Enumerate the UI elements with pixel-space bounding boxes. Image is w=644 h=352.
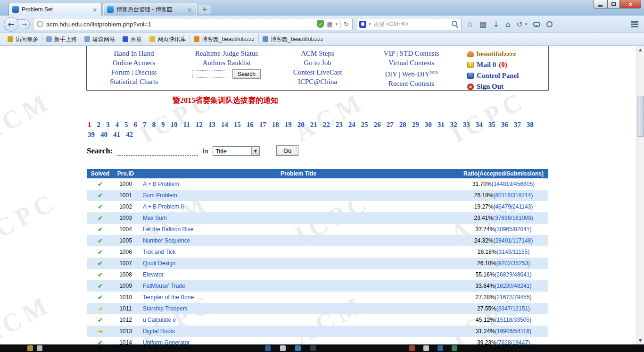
chevron-down-icon[interactable]: ▾ — [336, 22, 338, 26]
page-link[interactable]: 32 — [450, 120, 457, 130]
page-link[interactable]: 27 — [387, 120, 394, 130]
search-field-select[interactable]: Title ▼ — [213, 146, 260, 156]
smiley-icon[interactable] — [546, 21, 553, 27]
menu-icon[interactable] — [631, 21, 638, 27]
page-link[interactable]: 15 — [234, 120, 241, 130]
control-panel-link[interactable]: Control Panel — [477, 72, 519, 80]
tab-close-icon[interactable]: × — [186, 7, 193, 13]
nav-search-button[interactable]: Search — [232, 69, 261, 79]
bookmark-item[interactable]: 网页快讯库 — [146, 34, 190, 44]
forward-button[interactable]: → — [17, 19, 30, 29]
page-link[interactable]: 1 — [88, 120, 91, 130]
page-link[interactable]: 30 — [425, 120, 432, 130]
problem-title-link[interactable]: Starship Troopers — [143, 305, 188, 312]
problem-title-link[interactable]: FatMouse' Trade — [143, 283, 185, 289]
select-caret-icon[interactable]: ▼ — [251, 147, 259, 155]
username[interactable]: beautifulzzzz — [477, 50, 516, 58]
taskbar-icon[interactable] — [438, 345, 443, 351]
bookmark-item[interactable]: 访问最多 — [4, 34, 42, 44]
vertical-scrollbar[interactable]: ▲ ▼ — [636, 46, 644, 344]
page-link[interactable]: 19 — [285, 120, 292, 130]
browser-search-bar[interactable]: ▾ 百度 <Ctrl+K> — [356, 18, 462, 30]
page-link[interactable]: 12 — [196, 120, 203, 130]
page-link[interactable]: 4 — [116, 120, 119, 130]
page-link[interactable]: 7 — [143, 120, 147, 130]
page-link[interactable]: 33 — [463, 120, 470, 130]
page-link[interactable]: 40 — [100, 130, 107, 140]
chevron-down-icon[interactable]: ▾ — [369, 22, 371, 26]
mail-link[interactable]: Mail 0 — [477, 61, 496, 69]
nav-search-input[interactable] — [192, 70, 229, 78]
scrollbar-thumb[interactable] — [637, 96, 644, 137]
page-link[interactable]: 13 — [208, 120, 215, 130]
page-link[interactable]: 42 — [126, 130, 133, 140]
page-link[interactable]: 9 — [161, 120, 165, 130]
bookmarks-panel-icon[interactable]: ▤ — [479, 20, 487, 29]
taskbar[interactable] — [0, 344, 644, 352]
nav-link[interactable]: VIP | STD Contests — [363, 49, 460, 58]
site-identity-icon[interactable] — [37, 21, 43, 27]
scroll-up-arrow[interactable]: ▲ — [636, 46, 644, 54]
page-link[interactable]: 41 — [113, 130, 120, 140]
reload-button[interactable]: ↻ — [344, 21, 349, 27]
problem-title-link[interactable]: A + B Problem II — [143, 203, 184, 210]
search-icon[interactable] — [452, 21, 458, 27]
tab-blog-admin[interactable]: 博客后台管理 - 博客园 × — [103, 3, 197, 16]
page-link[interactable]: 35 — [488, 120, 495, 130]
chat-icon[interactable] — [533, 22, 540, 27]
bookmark-item[interactable]: 建议网站 — [81, 34, 119, 44]
page-link[interactable]: 28 — [399, 120, 406, 130]
page-link[interactable]: 17 — [259, 120, 266, 130]
page-link[interactable]: 23 — [336, 120, 343, 130]
taskbar-icon[interactable] — [409, 345, 415, 351]
back-button[interactable]: ← — [4, 17, 18, 32]
nav-link[interactable]: Online Acmers — [87, 58, 181, 67]
page-link[interactable]: 37 — [514, 120, 521, 130]
problem-title-link[interactable]: u Calculate e — [143, 317, 176, 323]
nav-link[interactable]: Statistical Charts — [87, 77, 181, 86]
nav-link[interactable]: ICPC@China — [272, 77, 363, 86]
go-button[interactable]: Go — [276, 145, 298, 156]
nav-link[interactable]: Authors Ranklist — [181, 58, 272, 67]
shield-icon[interactable]: ✓ — [317, 20, 324, 28]
scroll-down-arrow[interactable]: ▼ — [636, 336, 644, 344]
taskbar-icon[interactable] — [423, 345, 429, 351]
close-button[interactable]: × — [620, 0, 641, 8]
nav-link[interactable]: Forum | Discuss — [87, 67, 181, 77]
home-icon[interactable]: ⌂ — [505, 20, 510, 29]
page-link[interactable]: 10 — [171, 120, 178, 130]
sign-out-link[interactable]: Sign Out — [477, 83, 504, 91]
download-icon[interactable]: ↓ — [493, 20, 499, 29]
page-link[interactable]: 34 — [476, 120, 483, 130]
page-link[interactable]: 8 — [152, 120, 156, 130]
page-link[interactable]: 38 — [527, 120, 534, 130]
nav-link[interactable]: DIY | Web-DIYbeta — [363, 67, 460, 79]
nav-link[interactable]: Go to Job — [272, 58, 363, 67]
nav-link[interactable]: Hand In Hand — [87, 49, 181, 58]
problem-title-link[interactable]: Number Sequence — [143, 237, 190, 244]
page-link[interactable]: 14 — [221, 120, 228, 130]
page-link[interactable]: 22 — [323, 120, 330, 130]
bookmark-item[interactable]: 博客园_beautifulzzzz — [190, 34, 258, 44]
page-link[interactable]: 6 — [134, 120, 138, 130]
problem-title-link[interactable]: Max Sum — [143, 215, 167, 221]
bookmark-star-icon[interactable]: ☆ — [467, 20, 473, 29]
problem-title-link[interactable]: A + B Problem — [143, 181, 179, 187]
notice-marquee[interactable]: 暨2015省赛集训队选拔赛的通知 — [173, 96, 278, 106]
page-link[interactable]: 18 — [272, 120, 279, 130]
taskbar-icon[interactable] — [452, 345, 457, 351]
page-link[interactable]: 25 — [361, 120, 368, 130]
bookmark-item[interactable]: 新手上路 — [42, 34, 81, 44]
nav-link[interactable]: Contest LiveCast — [272, 67, 363, 77]
nav-link[interactable]: Realtime Judge Status — [181, 49, 272, 58]
problem-title-link[interactable]: Let the Balloon Rise — [143, 226, 193, 233]
taskbar-icon[interactable] — [295, 345, 301, 351]
problem-title-link[interactable]: Digital Roots — [143, 328, 175, 335]
page-link[interactable]: 11 — [183, 120, 190, 130]
history-icon[interactable]: ↺ — [516, 20, 522, 29]
nav-link[interactable]: Recent Contests — [363, 79, 460, 88]
problem-search-input[interactable] — [117, 147, 198, 156]
minimize-button[interactable] — [594, 0, 607, 8]
nav-link[interactable]: Virtual Contests — [363, 58, 460, 67]
page-link[interactable]: 21 — [310, 120, 317, 130]
